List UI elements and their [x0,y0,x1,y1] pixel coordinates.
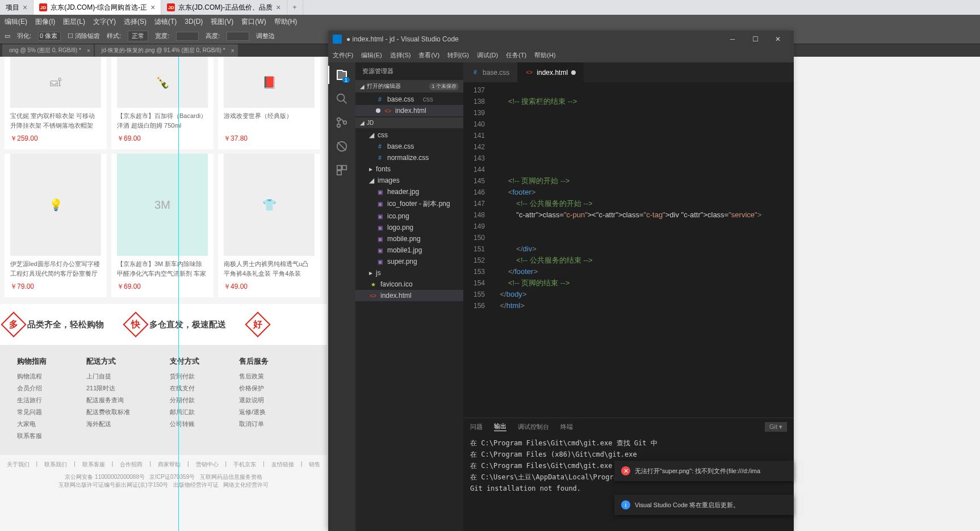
tree-file[interactable]: ▣ico_footer - 副本.png [355,197,463,210]
footer-link[interactable]: 退款说明 [239,396,269,404]
footer-link[interactable]: 售后政策 [239,372,269,381]
adjust-button[interactable]: 调整边 [256,32,275,40]
project-header[interactable]: ◢JD [355,117,463,128]
tree-folder[interactable]: ◢css [355,129,463,141]
close-icon[interactable]: × [150,3,155,12]
panel-tab[interactable]: 调试控制台 [518,423,549,431]
menu-item[interactable]: 选择(S) [124,17,146,27]
extensions-icon[interactable] [335,163,349,177]
footer-link[interactable]: 配送费收取标准 [86,408,130,416]
notification-info[interactable]: i Visual Studio Code 将在重启后更新。 [614,495,794,515]
doc-tab[interactable]: jd-恢复的-恢复的.png @ 91.4% (图层 0, RGB/8) * × [95,44,238,57]
notification-error[interactable]: ✕ 无法打开"super.png": 找不到文件(file:///d:/ima [614,461,794,481]
product-card[interactable]: 3M 【京东超市】3M 新车内除味除甲醛净化汽车内空气清新剂 车家两用升级 ￥6… [111,154,213,297]
menu-item[interactable]: 视图(V) [211,17,233,27]
tree-file[interactable]: ▣logo.png [355,222,463,233]
close-icon[interactable]: × [23,3,27,12]
footer-link[interactable]: 关于我们 [7,461,30,469]
editor-tab[interactable]: #base.css [463,62,517,82]
vscode-titlebar[interactable]: ● index.html - jd - Visual Studio Code ─… [328,31,794,48]
tree-file[interactable]: <>index.html [355,290,463,301]
menu-item[interactable]: 任务(T) [506,51,526,60]
product-card[interactable]: 👕 南极人男士内裤男纯棉透气u凸平角裤4条礼盒装 平角4条装 ￥49.00 [218,154,320,297]
open-editors-header[interactable]: ◢打开的编辑器 1 个未保存 [355,80,463,92]
menu-item[interactable]: 转到(G) [447,51,469,60]
output-channel-select[interactable]: Git ▾ [765,422,787,432]
doc-tab[interactable]: ong @ 5% (图层 0, RGB/8) * × [2,44,94,57]
height-input[interactable] [227,32,249,41]
footer-link[interactable]: 联系客服 [82,461,105,469]
menu-item[interactable]: 编辑(E) [361,51,382,60]
footer-link[interactable]: 营销中心 [196,461,219,469]
code-content[interactable]: <!-- 搜索栏的结束 --> <!-- 页脚的开始 --> <footer> … [492,82,794,418]
tree-file[interactable]: ▣mobile1.jpg [355,245,463,256]
tree-file[interactable]: ▣mobile.png [355,233,463,245]
close-icon[interactable]: × [276,3,280,12]
antialias-checkbox[interactable]: ☐ 消除锯齿 [68,32,100,40]
footer-link[interactable]: 购物流程 [17,372,47,381]
style-select[interactable]: 正常 [128,31,148,41]
menu-item[interactable]: 帮助(H) [274,17,298,27]
footer-link[interactable]: 商家帮助 [158,461,181,469]
footer-link[interactable]: 返修/退换 [239,408,269,416]
footer-link[interactable]: 在线支付 [170,384,199,393]
minimize-button[interactable]: ─ [721,35,744,43]
footer-link[interactable]: 联系客服 [17,432,47,440]
footer-link[interactable]: 211限时达 [86,384,130,393]
tree-folder[interactable]: ▸fonts [355,163,463,175]
debug-icon[interactable] [335,140,349,153]
panel-tab[interactable]: 终端 [560,423,573,431]
panel-tab[interactable]: 问题 [470,423,483,431]
product-card[interactable]: 🛋 宝优妮 室内双杆晾衣架 可移动升降挂衣架 不锈钢落地衣帽架 多功能鞋帽架 ￥… [5,57,107,149]
footer-link[interactable]: 分期付款 [170,396,199,404]
menu-item[interactable]: 文字(Y) [93,17,116,27]
footer-link[interactable]: 上门自提 [86,372,130,381]
menu-item[interactable]: 选择(S) [390,51,411,60]
marquee-icon[interactable]: ▭ [5,32,10,40]
browser-tab[interactable]: JD 京东(JD.COM)-正品低价、品质 × [161,0,287,15]
footer-link[interactable]: 常见问题 [17,408,47,416]
footer-link[interactable]: 配送服务查询 [86,396,130,404]
footer-link[interactable]: 友情链接 [271,461,294,469]
footer-link[interactable]: 合作招商 [120,461,143,469]
menu-item[interactable]: 文件(F) [333,51,353,60]
panel-tab[interactable]: 输出 [494,422,506,431]
new-tab-button[interactable]: + [287,0,303,15]
menu-item[interactable]: 图层(L) [63,17,85,27]
tree-file[interactable]: ▣super.png [355,256,463,267]
tree-folder[interactable]: ▸js [355,267,463,279]
footer-link[interactable]: 公司转账 [170,420,199,428]
menu-item[interactable]: 编辑(E) [5,17,27,27]
footer-link[interactable]: 货到付款 [170,372,199,381]
search-icon[interactable] [335,92,349,106]
open-editor-item[interactable]: <>index.html [355,105,463,116]
footer-link[interactable]: 邮局汇款 [170,408,199,416]
browser-tab[interactable]: 项目 × [0,0,33,15]
footer-link[interactable]: 销售 [309,461,320,469]
footer-link[interactable]: 联系我们 [44,461,67,469]
code-editor[interactable]: 1371381391401411421431441451461471481491… [463,82,794,418]
tree-file[interactable]: ▣header.jpg [355,186,463,197]
width-input[interactable] [176,32,199,41]
open-editor-item[interactable]: #base.css css [355,94,463,105]
menu-item[interactable]: 帮助(H) [534,51,555,60]
editor-tab[interactable]: <>index.html [517,62,584,82]
footer-link[interactable]: 手机京东 [233,461,256,469]
menu-item[interactable]: 滤镜(T) [154,17,177,27]
feather-input[interactable] [38,32,61,41]
maximize-button[interactable]: ☐ [744,35,767,43]
footer-link[interactable]: 大家电 [17,420,47,428]
tree-file[interactable]: ▣ico.png [355,210,463,222]
footer-link[interactable]: 取消订单 [239,420,269,428]
product-card[interactable]: 📕 游戏改变世界（经典版） ￥37.80 [218,57,320,149]
footer-link[interactable]: 海外配送 [86,420,130,428]
footer-link[interactable]: 价格保护 [239,384,269,393]
source-control-icon[interactable] [335,116,349,129]
browser-tab[interactable]: JD 京东(JD.COM)-综合网购首选-正 × [33,0,161,15]
product-card[interactable]: 🍾 【京东超市】百加得（Bacardi）洋酒 超级白朗姆 750ml ￥69.0… [111,57,213,149]
footer-link[interactable]: 会员介绍 [17,384,47,393]
menu-item[interactable]: 窗口(W) [241,17,266,27]
menu-item[interactable]: 3D(D) [185,18,203,26]
footer-link[interactable]: 生活旅行 [17,396,47,404]
tree-file[interactable]: #normalize.css [355,152,463,163]
